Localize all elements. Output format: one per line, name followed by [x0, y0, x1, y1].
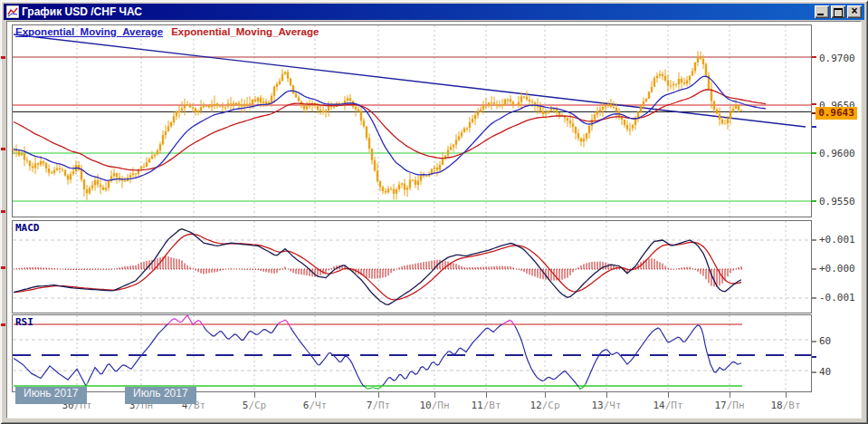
line-anchor-marker — [1, 323, 5, 326]
time-axis-tick — [730, 392, 730, 398]
axis-tick — [812, 200, 816, 202]
time-axis-label: 11/Вт — [466, 400, 506, 411]
axis-tick — [812, 239, 816, 241]
macd-axis-label: +0.000 — [819, 263, 855, 275]
time-axis-tick — [434, 392, 435, 398]
time-axis-label: 7/Пт — [358, 400, 398, 411]
time-axis-tick — [606, 392, 607, 398]
axis-tick — [812, 341, 816, 342]
time-axis-label: 6/Чт — [295, 400, 335, 411]
time-axis-label: 18/Вт — [766, 400, 806, 411]
value-axis-gutter[interactable]: 0.97000.96500.96000.9550+0.001+0.000-0.0… — [812, 0, 868, 424]
time-axis-label: 12/Ср — [525, 400, 565, 411]
macd-axis-label: +0.001 — [819, 234, 855, 246]
price-chart-panel[interactable]: Exponential_Moving_AverageExponential_Mo… — [12, 24, 812, 217]
price-axis-label: 0.9700 — [819, 53, 855, 64]
line-anchor-marker — [1, 56, 5, 59]
rsi-canvas[interactable] — [13, 315, 811, 391]
price-chart-canvas[interactable] — [13, 25, 811, 217]
time-axis-tick — [254, 392, 255, 398]
current-price-box: 0.9643 — [816, 107, 857, 120]
price-axis-label: 0.9550 — [819, 196, 855, 207]
time-axis-tick — [545, 392, 546, 398]
window-titlebar[interactable]: График USD /CHF ЧАС — [4, 4, 864, 20]
time-axis-tick — [786, 392, 787, 398]
axis-tick — [812, 268, 816, 270]
axis-tick — [812, 126, 816, 128]
time-axis-label: 5/Ср — [234, 400, 274, 411]
rsi-axis-label: 60 — [819, 335, 831, 347]
line-anchor-marker — [1, 148, 5, 150]
axis-tick — [812, 56, 816, 58]
macd-axis-label: -0.001 — [819, 292, 855, 304]
month-badge: Июль 2017 — [125, 387, 196, 404]
time-axis-label: 13/Чт — [587, 400, 626, 411]
price-axis-label: 0.9600 — [819, 148, 855, 159]
month-badge: Июнь 2017 — [15, 387, 87, 404]
rsi-axis-label: 40 — [819, 366, 831, 378]
time-axis-label: 17/Пн — [710, 400, 749, 411]
line-anchor-marker — [1, 210, 5, 213]
axis-tick — [812, 371, 816, 373]
macd-panel[interactable]: MACD — [12, 220, 812, 313]
app-window: График USD /CHF ЧАС Exponential_Moving_A… — [0, 0, 868, 424]
time-axis-label: 14/Пт — [648, 400, 688, 411]
time-axis-label: 10/Пн — [415, 400, 454, 411]
axis-tick — [812, 152, 816, 154]
axis-tick — [812, 297, 816, 299]
line-anchor-marker — [1, 266, 5, 269]
time-axis-tick — [315, 392, 316, 398]
axis-tick — [812, 103, 816, 105]
time-axis-tick — [486, 392, 487, 398]
time-axis-tick — [668, 392, 669, 398]
macd-canvas[interactable] — [13, 221, 811, 313]
rsi-panel[interactable]: RSI — [12, 314, 812, 392]
window-title: График USD /CHF ЧАС — [22, 4, 815, 20]
axis-tick — [812, 356, 816, 358]
time-axis-tick — [378, 392, 379, 398]
chart-app-icon — [6, 5, 19, 18]
